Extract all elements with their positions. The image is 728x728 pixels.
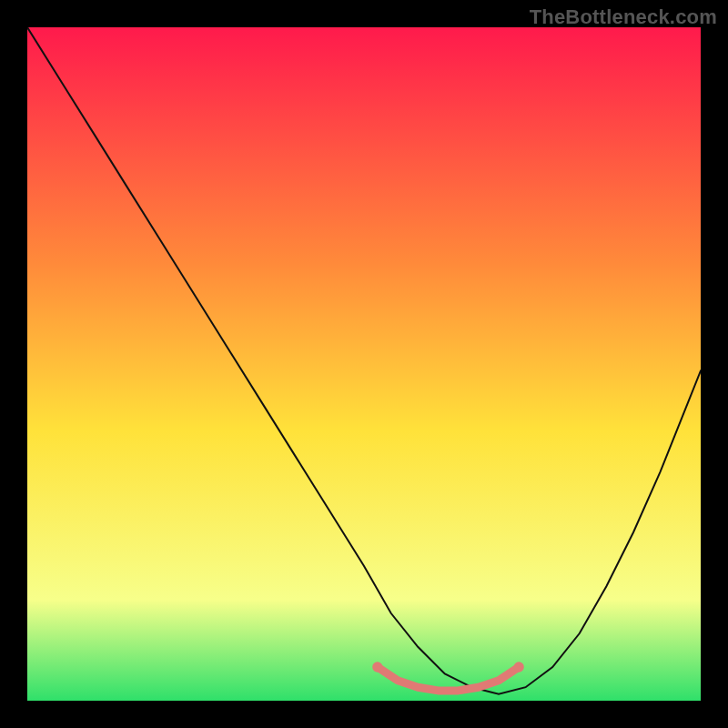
chart-frame: TheBottleneck.com xyxy=(0,0,728,728)
watermark-text: TheBottleneck.com xyxy=(530,5,717,29)
optimal-range-endpoint xyxy=(372,662,382,672)
optimal-range-endpoint xyxy=(514,662,524,672)
chart-svg xyxy=(27,27,701,701)
chart-plot-area xyxy=(27,27,701,701)
